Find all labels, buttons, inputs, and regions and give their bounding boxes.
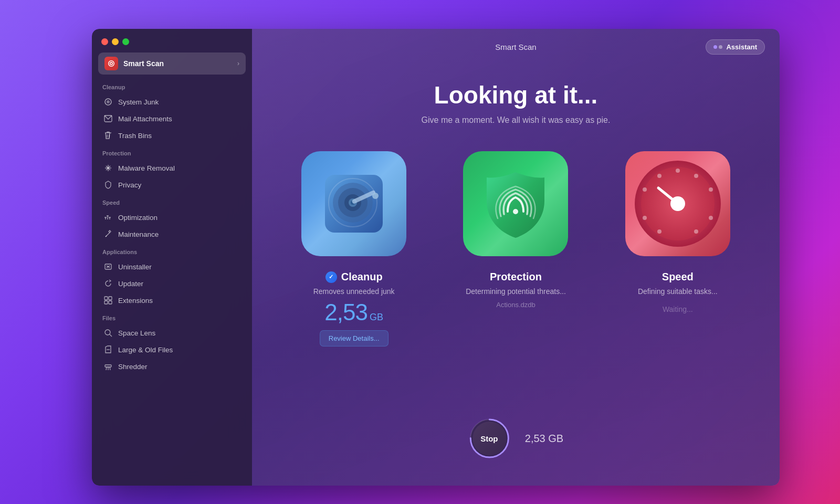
sidebar-item-privacy[interactable]: Privacy [98,176,246,193]
svg-rect-18 [104,297,108,300]
main-header: Smart Scan Assistant [252,29,780,65]
maximize-button[interactable] [122,38,129,45]
svg-point-47 [643,187,647,192]
sidebar-section-applications: Applications Uninstaller [92,247,252,309]
protection-description: Determining potential threats... [466,287,566,296]
svg-rect-20 [104,301,108,304]
scan-status-subtitle: Give me a moment. We all wish it was eas… [422,116,611,125]
bottom-bar: Stop 2,53 GB [468,417,563,459]
sidebar-item-label: Shredder [118,363,148,371]
sidebar-item-label: Privacy [118,181,141,189]
gauge-svg [633,159,722,248]
cleanup-card-label: ✓ Cleanup [326,271,383,283]
uninstaller-icon [103,262,113,271]
dot-1 [713,45,717,49]
traffic-lights [101,38,129,45]
hdd-svg [320,170,388,238]
svg-rect-19 [109,297,112,300]
optimization-icon [103,213,113,222]
minimize-button[interactable] [112,38,119,45]
speed-card-icon [625,151,730,256]
svg-line-26 [106,367,107,370]
scan-card-speed: Speed Defining suitable tasks... Waiting… [597,151,759,313]
svg-rect-25 [105,365,111,367]
svg-line-28 [110,367,110,370]
sidebar-item-uninstaller[interactable]: Uninstaller [98,258,246,275]
sidebar-item-label: Optimization [118,214,158,222]
title-bar [92,29,252,52]
sidebar-item-label: Trash Bins [118,132,152,140]
sidebar-active-label: Smart Scan [123,59,232,68]
svg-point-22 [105,330,110,335]
sidebar-item-space-lens[interactable]: Space Lens [98,324,246,341]
sidebar-item-label: Updater [118,280,143,288]
svg-point-38 [513,209,518,214]
section-title-speed: Speed [98,197,246,209]
malware-icon [103,163,113,173]
svg-point-46 [657,174,662,178]
svg-point-51 [670,196,685,211]
svg-point-49 [657,229,662,234]
sidebar-item-maintenance[interactable]: Maintenance [98,226,246,243]
sidebar-section-speed: Speed Optimization [92,197,252,243]
cleanup-size-unit: GB [370,312,383,323]
protection-card-label: Protection [490,271,542,283]
maintenance-icon [103,229,113,239]
svg-point-37 [372,193,379,199]
section-title-protection: Protection [98,148,246,160]
assistant-label: Assistant [726,43,757,51]
svg-point-1 [107,100,110,103]
page-title: Smart Scan [495,43,536,51]
mail-icon [103,114,113,123]
svg-point-48 [643,216,647,220]
sidebar-item-shredder[interactable]: Shredder [98,358,246,375]
close-button[interactable] [101,38,108,45]
sidebar-item-label: Maintenance [118,230,159,238]
speed-card-label: Speed [662,271,694,283]
scan-card-protection: Protection Determining potential threats… [435,151,596,312]
large-files-icon [103,345,113,354]
check-icon: ✓ [326,271,337,283]
smart-scan-icon [104,57,118,70]
privacy-icon [103,180,113,190]
main-panel: Smart Scan Assistant Looking at it... Gi… [252,29,780,486]
svg-rect-21 [109,301,112,304]
assistant-dot [713,45,722,49]
review-details-button[interactable]: Review Details... [320,330,388,346]
sidebar: Smart Scan › Cleanup System Junk [92,29,252,486]
svg-line-23 [110,334,112,337]
sidebar-item-system-junk[interactable]: System Junk [98,93,246,110]
stop-button[interactable]: Stop [472,422,506,455]
sidebar-item-malware-removal[interactable]: Malware Removal [98,160,246,176]
sidebar-item-label: Malware Removal [118,164,175,172]
sidebar-item-label: System Junk [118,98,159,106]
sidebar-item-label: Uninstaller [118,263,152,271]
sidebar-item-updater[interactable]: Updater [98,275,246,292]
updater-icon [103,279,113,288]
sidebar-item-label: Extensions [118,297,153,304]
shield-svg [474,162,558,246]
chevron-right-icon: › [237,60,239,67]
svg-point-43 [709,187,713,192]
scan-hero: Looking at it... Give me a moment. We al… [252,65,780,346]
sidebar-item-mail-attachments[interactable]: Mail Attachments [98,110,246,127]
protection-sub-text: Actions.dzdb [496,301,535,309]
cleanup-size: 2,53 GB [324,301,383,324]
assistant-button[interactable]: Assistant [706,39,765,55]
cleanup-size-value: 2,53 [324,301,368,324]
main-window: Smart Scan › Cleanup System Junk [92,29,780,486]
protection-card-icon [463,151,568,256]
sidebar-item-label: Large & Old Files [118,346,173,354]
sidebar-item-optimization[interactable]: Optimization [98,209,246,226]
cleanup-card-icon [301,151,406,256]
sidebar-item-large-old-files[interactable]: Large & Old Files [98,341,246,358]
sidebar-item-extensions[interactable]: Extensions [98,292,246,309]
cleanup-description: Removes unneeded junk [313,287,395,296]
shredder-icon [103,362,113,371]
dot-2 [719,45,722,49]
sidebar-item-trash-bins[interactable]: Trash Bins [98,127,246,144]
speed-description: Defining suitable tasks... [638,287,718,296]
speed-waiting-text: Waiting... [663,305,693,313]
sidebar-item-smart-scan[interactable]: Smart Scan › [98,52,246,75]
sidebar-section-cleanup: Cleanup System Junk Mail Attach [92,82,252,144]
